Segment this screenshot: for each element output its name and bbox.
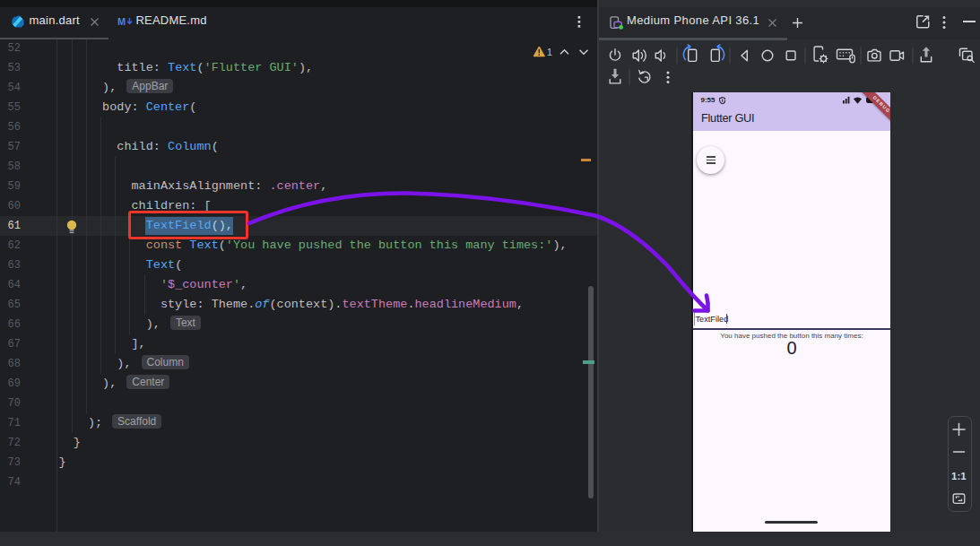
svg-text:M: M: [117, 16, 126, 27]
svg-text:1:1: 1:1: [951, 471, 967, 481]
svg-text:1: 1: [547, 47, 552, 57]
